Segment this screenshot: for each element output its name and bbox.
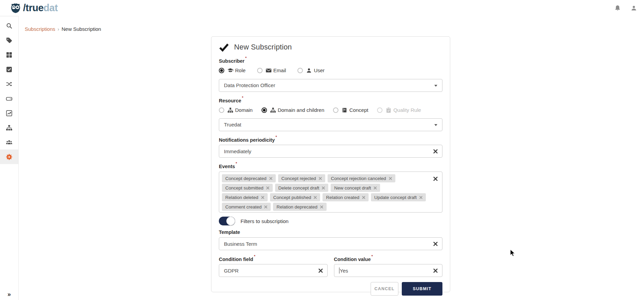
event-tag-label: Delete concept draft	[278, 185, 319, 191]
events-multiselect[interactable]: Concept deprecatedConcept rejectedConcep…	[219, 172, 442, 213]
remove-tag-icon[interactable]	[322, 186, 325, 189]
gear-icon	[6, 154, 13, 160]
mouse-cursor	[510, 249, 516, 257]
remove-tag-icon[interactable]	[389, 177, 392, 180]
submit-button[interactable]: SUBMIT	[402, 282, 442, 296]
template-label: Template	[219, 230, 442, 235]
resource-radio-group: Domain Domain and children Concept Quali…	[219, 106, 442, 114]
radio-button[interactable]	[297, 68, 303, 73]
sidebar-item-data-sources[interactable]	[0, 91, 18, 106]
sidebar-item-lineage[interactable]	[0, 77, 18, 91]
sidebar-item-users[interactable]	[0, 135, 18, 149]
clear-field-icon[interactable]	[433, 149, 438, 154]
subscriber-option-role[interactable]: Role	[219, 67, 246, 74]
radio-button[interactable]	[219, 107, 224, 113]
option-label: Quality Rule	[393, 107, 421, 113]
sidebar-expand-chevrons[interactable]: »	[0, 291, 18, 298]
truedat-logo[interactable]: /truedat	[9, 2, 58, 14]
chevron-down-icon[interactable]	[434, 124, 437, 126]
remove-tag-icon[interactable]	[320, 205, 323, 208]
remove-tag-icon[interactable]	[319, 177, 322, 180]
remove-tag-icon[interactable]	[269, 177, 272, 180]
remove-tag-icon[interactable]	[264, 205, 267, 208]
event-tag-label: Comment created	[225, 204, 262, 209]
sidebar-item-tasks[interactable]	[0, 62, 18, 77]
remove-tag-icon[interactable]	[419, 196, 422, 199]
sidebar: »	[0, 16, 19, 300]
radio-button[interactable]	[377, 107, 382, 113]
subscriber-option-email[interactable]: Email	[257, 67, 286, 74]
condition-value-label: Condition value*	[334, 255, 443, 262]
notifications-bell-icon[interactable]	[614, 5, 621, 12]
top-bar: /truedat	[0, 0, 644, 16]
clipboard-check-icon	[386, 107, 392, 113]
resource-option-domain[interactable]: Domain	[219, 107, 253, 113]
event-tag: Relation deprecated	[273, 203, 327, 211]
filters-toggle-switch[interactable]	[219, 217, 235, 225]
subscriber-option-user[interactable]: User	[297, 67, 325, 74]
event-tag: New concept draft	[331, 184, 380, 192]
resource-option-quality-rule[interactable]: Quality Rule	[377, 107, 421, 113]
subscriber-select[interactable]: Data Protection Officer	[219, 79, 442, 92]
chevron-down-icon[interactable]	[434, 85, 437, 87]
event-tag-label: Relation created	[326, 195, 359, 200]
option-label: Domain	[235, 107, 253, 113]
remove-tag-icon[interactable]	[266, 186, 269, 189]
sidebar-item-analytics[interactable]	[0, 106, 18, 120]
user-icon	[306, 67, 312, 74]
event-tag: Relation created	[323, 193, 368, 201]
book-icon	[341, 107, 348, 113]
tag-icon	[6, 37, 13, 44]
option-label: User	[314, 67, 325, 73]
radio-button[interactable]	[219, 68, 224, 73]
clear-field-icon[interactable]	[433, 268, 438, 273]
event-tag-label: New concept draft	[334, 185, 371, 191]
sidebar-item-dashboards[interactable]	[0, 47, 18, 62]
radio-button[interactable]	[333, 107, 338, 113]
periodicity-field[interactable]: Immediately	[219, 145, 442, 158]
clear-field-icon[interactable]	[318, 268, 323, 273]
sidebar-item-search[interactable]	[0, 18, 18, 33]
resource-option-domain-and-children[interactable]: Domain and children	[262, 107, 325, 113]
hard-drive-icon	[6, 95, 13, 102]
event-tag: Delete concept draft	[275, 184, 329, 192]
remove-tag-icon[interactable]	[261, 196, 264, 199]
remove-tag-icon[interactable]	[314, 196, 317, 199]
option-label: Email	[273, 67, 286, 73]
breadcrumb-subscriptions-link[interactable]: Subscriptions	[25, 26, 55, 32]
periodicity-value: Immediately	[224, 148, 251, 154]
sidebar-item-tags[interactable]	[0, 33, 18, 47]
resource-select[interactable]: Truedat	[219, 118, 442, 131]
users-icon	[6, 139, 13, 146]
clear-events-icon[interactable]	[433, 177, 438, 181]
sidebar-item-domains[interactable]	[0, 120, 18, 135]
check-square-icon	[6, 66, 13, 73]
event-tag-label: Relation deprecated	[276, 204, 317, 209]
sitemap-icon	[227, 107, 233, 113]
clear-field-icon[interactable]	[433, 242, 438, 246]
cancel-button[interactable]: CANCEL	[371, 282, 398, 296]
radio-button[interactable]	[257, 68, 263, 73]
remove-tag-icon[interactable]	[362, 196, 365, 199]
radio-button[interactable]	[262, 107, 267, 113]
sidebar-item-settings[interactable]	[0, 149, 18, 164]
subscriber-radio-group: Role Email User	[219, 67, 442, 74]
shuffle-icon	[6, 81, 13, 87]
event-tag: Update concept draft	[371, 193, 426, 201]
user-avatar-icon[interactable]	[630, 5, 637, 12]
remove-tag-icon[interactable]	[374, 186, 377, 189]
event-tag-label: Update concept draft	[374, 195, 417, 200]
breadcrumb-current: New Subscription	[62, 26, 101, 32]
logo-wordmark: /truedat	[23, 3, 58, 13]
condition-field-input[interactable]: GDPR	[219, 264, 328, 277]
graduation-cap-icon	[227, 67, 233, 74]
option-label: Concept	[349, 107, 368, 113]
resource-option-concept[interactable]: Concept	[333, 107, 368, 113]
condition-field-label: Condition field*	[219, 255, 328, 262]
option-label: Role	[235, 67, 246, 73]
condition-value-input[interactable]: Yes	[334, 264, 443, 277]
event-tag: Concept submitted	[222, 184, 273, 192]
toggle-knob[interactable]	[226, 217, 235, 225]
template-field[interactable]: Business Term	[219, 237, 442, 250]
event-tag-label: Concept published	[273, 195, 311, 200]
